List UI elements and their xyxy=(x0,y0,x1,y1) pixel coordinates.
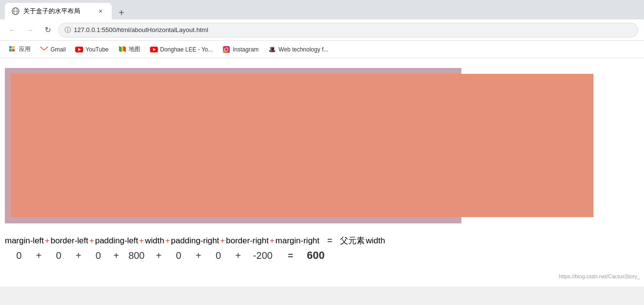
bookmark-webtech-label: Web technology f... xyxy=(279,46,329,53)
bookmark-donghae[interactable]: Donghae LEE - Yo... xyxy=(146,44,217,55)
lock-icon: ⓘ xyxy=(65,26,71,34)
hat-icon: 🎩 xyxy=(269,46,276,53)
forward-button[interactable]: → xyxy=(23,23,37,37)
tab-title: 关于盒子的水平布局 xyxy=(23,7,80,16)
bookmark-gmail[interactable]: Gmail xyxy=(36,44,69,55)
equation-top-row: margin-left + border-left + padding-left… xyxy=(5,235,639,246)
nav-bar: ← → ↻ ⓘ 127.0.0.1:5500/html/aboutHorizon… xyxy=(0,19,644,41)
val-padding-left: 0 xyxy=(86,250,110,261)
eq-plus-5: + xyxy=(220,236,225,246)
back-button[interactable]: ← xyxy=(6,23,19,37)
bookmark-maps[interactable]: 地图 xyxy=(115,44,144,55)
eq-border-right: border-right xyxy=(226,236,269,246)
svg-rect-17 xyxy=(223,46,230,53)
active-tab[interactable]: 关于盒子的水平布局 × xyxy=(5,3,112,19)
bookmark-gmail-label: Gmail xyxy=(51,46,66,53)
page-content: margin-left + border-left + padding-left… xyxy=(0,58,644,287)
url-text: 127.0.0.1:5500/html/aboutHorizontalLayou… xyxy=(74,26,208,34)
sep-6: + xyxy=(235,250,241,261)
bookmark-instagram[interactable]: Instagram xyxy=(219,44,262,55)
box-visualization xyxy=(0,63,644,228)
outer-box xyxy=(5,68,461,223)
bookmark-instagram-label: Instagram xyxy=(233,46,258,53)
svg-rect-6 xyxy=(12,49,15,51)
maps-icon xyxy=(119,46,126,53)
address-bar[interactable]: ⓘ 127.0.0.1:5500/html/aboutHorizontalLay… xyxy=(58,23,638,37)
svg-rect-7 xyxy=(9,46,10,47)
val-margin-right: -200 xyxy=(246,250,280,261)
svg-marker-14 xyxy=(123,46,126,52)
tab-area: 关于盒子的水平布局 × + xyxy=(5,0,128,19)
eq-width-label: width xyxy=(366,236,385,246)
svg-point-19 xyxy=(228,47,229,48)
eq-margin-right: margin-right xyxy=(275,236,320,246)
eq-parent-width-label: 父元素 xyxy=(340,235,365,246)
instagram-icon xyxy=(222,46,230,53)
val-margin-left: 0 xyxy=(7,250,31,261)
eq-plus-4: + xyxy=(165,236,170,246)
tab-close-button[interactable]: × xyxy=(96,7,105,16)
eq-padding-right: padding-right xyxy=(171,236,219,246)
sep-1: + xyxy=(36,250,42,261)
val-width: 800 xyxy=(122,250,151,261)
title-bar: 关于盒子的水平布局 × + xyxy=(0,0,644,19)
sep-3: + xyxy=(113,250,119,261)
val-border-right: 0 xyxy=(206,250,230,261)
equation-bottom-row: 0 + 0 + 0 + 800 + 0 + 0 + -200 = 600 xyxy=(5,249,639,262)
bookmark-webtech[interactable]: 🎩 Web technology f... xyxy=(265,44,333,55)
footer-area: https://blog.csdn.net/CactusStory_ xyxy=(0,267,644,281)
svg-rect-5 xyxy=(12,46,15,49)
bookmark-youtube-label: YouTube xyxy=(85,46,108,53)
val-padding-right: 0 xyxy=(167,250,191,261)
eq-plus-3: + xyxy=(139,236,144,246)
eq-border-left: border-left xyxy=(51,236,88,246)
eq-plus-2: + xyxy=(89,236,94,246)
refresh-button[interactable]: ↻ xyxy=(41,23,54,37)
eq-equals-sign: = xyxy=(327,236,333,246)
sep-2: + xyxy=(76,250,82,261)
svg-marker-12 xyxy=(119,46,121,52)
bookmark-apps[interactable]: 应用 xyxy=(5,44,34,55)
tab-favicon xyxy=(12,7,19,15)
equation-section: margin-left + border-left + padding-left… xyxy=(0,228,644,267)
eq-padding-left: padding-left xyxy=(95,236,138,246)
val-border-left: 0 xyxy=(47,250,71,261)
bookmarks-bar: 应用 Gmail YouTube xyxy=(0,41,644,58)
sep-5: + xyxy=(196,250,202,261)
sep-4: + xyxy=(156,250,162,261)
eq-width: width xyxy=(145,236,164,246)
youtube-icon xyxy=(75,46,83,53)
eq-plus-1: + xyxy=(45,236,50,246)
footer-link: https://blog.csdn.net/CactusStory_ xyxy=(559,273,640,279)
donghae-icon xyxy=(150,46,158,53)
bookmark-apps-label: 应用 xyxy=(19,45,31,53)
gmail-icon xyxy=(40,46,48,53)
inner-box xyxy=(11,74,593,217)
bookmark-maps-label: 地图 xyxy=(129,45,140,53)
eq-result-equals: = xyxy=(288,250,293,261)
bookmark-youtube[interactable]: YouTube xyxy=(71,44,112,55)
apps-icon xyxy=(9,46,17,53)
eq-result-value: 600 xyxy=(307,249,325,262)
new-tab-button[interactable]: + xyxy=(115,6,128,19)
svg-rect-4 xyxy=(9,49,12,51)
eq-margin-left: margin-left xyxy=(5,236,44,246)
bookmark-donghae-label: Donghae LEE - Yo... xyxy=(160,46,213,53)
svg-marker-13 xyxy=(121,46,123,52)
eq-plus-6: + xyxy=(270,236,274,246)
